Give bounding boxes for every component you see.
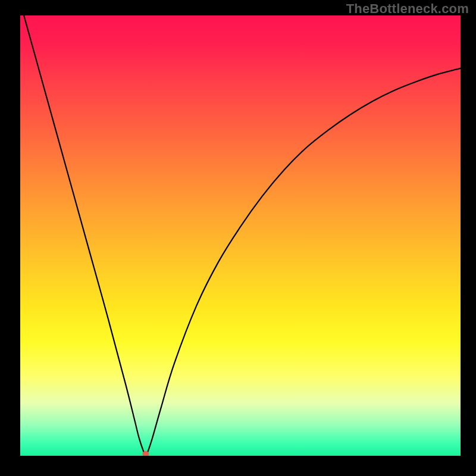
chart-frame: TheBottleneck.com <box>0 0 476 476</box>
curve-layer <box>20 15 461 456</box>
watermark-text: TheBottleneck.com <box>346 1 469 17</box>
plot-area <box>20 15 461 456</box>
bottleneck-curve <box>20 15 461 456</box>
